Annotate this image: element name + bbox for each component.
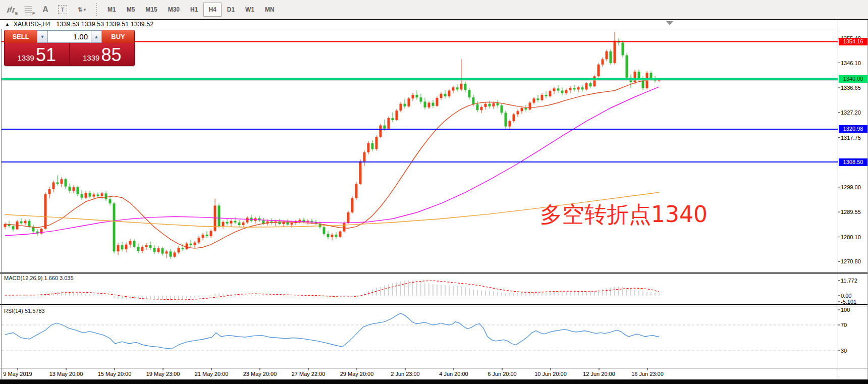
price-axis-label: 1289.55 (841, 208, 861, 215)
price-axis-label: 1270.80 (841, 258, 861, 265)
chart-ohlc-values: 1339.53 1339.53 1339.51 1339.52 (57, 21, 154, 28)
time-axis-label: 6 Jun 20:00 (478, 371, 526, 377)
volume-decrease-button[interactable]: ▼ (37, 30, 48, 43)
volume-increase-button[interactable]: ▲ (91, 30, 102, 43)
time-axis-label: 4 Jun 20:00 (429, 371, 478, 377)
trade-panel-quotes: 1339 51 1339 85 (5, 43, 134, 66)
price-axis-label: 1299.00 (841, 184, 861, 191)
chart-shift-marker-icon[interactable] (666, 21, 673, 25)
bid-price-big: 51 (36, 46, 56, 64)
rsi-axis-label: 70 (841, 322, 847, 328)
macd-axis-label: 11.772 (841, 278, 857, 284)
time-axis-label: 19 May 23:00 (139, 371, 187, 377)
buy-button[interactable]: BUY (102, 30, 134, 43)
chart-symbol-title: XAUUSD-,H4 (14, 21, 50, 28)
time-axis-label: 12 Jun 20:00 (575, 371, 623, 377)
time-axis-label: 16 Jun 23:00 (623, 371, 672, 377)
time-axis-label: 10 Jun 20:00 (526, 371, 575, 377)
price-axis-label: 1327.20 (841, 109, 861, 116)
price-axis-label: 1346.10 (841, 60, 861, 67)
price-axis-label: 1280.10 (841, 234, 861, 241)
ask-price-small: 1339 (83, 53, 99, 62)
trade-panel-top-row: SELL ▼ 1.00 ▲ BUY (5, 30, 134, 43)
ask-quote[interactable]: 1339 85 (70, 43, 135, 66)
price-marker-1308.50: 1308.50 (839, 158, 867, 166)
bottom-bar (0, 379, 868, 384)
one-click-panel-toggle[interactable]: ▲ (5, 22, 10, 27)
price-marker-1320.98: 1320.98 (839, 125, 867, 133)
ask-price-big: 85 (101, 46, 121, 64)
time-axis-label: 27 May 22:00 (284, 371, 333, 377)
chart-text-annotation: 多空转折点1340 (540, 200, 708, 230)
time-axis-label: 23 May 20:00 (236, 371, 284, 377)
bid-price-small: 1339 (18, 53, 34, 62)
sell-button[interactable]: SELL (5, 30, 37, 43)
time-axis-label: 15 May 20:00 (90, 371, 139, 377)
time-axis-label: 21 May 20:00 (187, 371, 236, 377)
price-marker-1354.16: 1354.16 (839, 38, 867, 45)
rsi-pane-title: RSI(14) 51.5783 (4, 308, 45, 314)
time-axis-label: 9 May 2019 (0, 371, 42, 377)
trading-terminal: E F A T ⇅ ▾ M1M5M15M30H1H4D1W1MN ▲ XAUUS… (0, 0, 868, 384)
rsi-axis-label: 100 (841, 307, 850, 313)
rsi-line (5, 313, 659, 349)
one-click-trading-panel: SELL ▼ 1.00 ▲ BUY 1339 51 1339 85 (4, 30, 135, 66)
price-axis-label: 1317.75 (841, 134, 861, 141)
bid-quote[interactable]: 1339 51 (5, 43, 70, 66)
time-axis-label: 29 May 20:00 (333, 371, 381, 377)
time-axis-label: 2 Jun 23:00 (381, 371, 429, 377)
rsi-axis-label: 30 (841, 348, 847, 354)
volume-input[interactable]: 1.00 (48, 30, 91, 43)
price-marker-1340.00: 1340.00 (839, 75, 867, 83)
price-axis-label: 1336.65 (841, 84, 861, 91)
macd-axis-label: -5.101 (841, 299, 856, 305)
macd-pane-title: MACD(12,26,9) 1.660 3.035 (4, 275, 74, 281)
chart-title-strip: ▲ XAUUSD-,H4 1339.53 1339.53 1339.51 133… (0, 20, 838, 29)
time-axis-label: 13 May 20:00 (42, 371, 90, 377)
